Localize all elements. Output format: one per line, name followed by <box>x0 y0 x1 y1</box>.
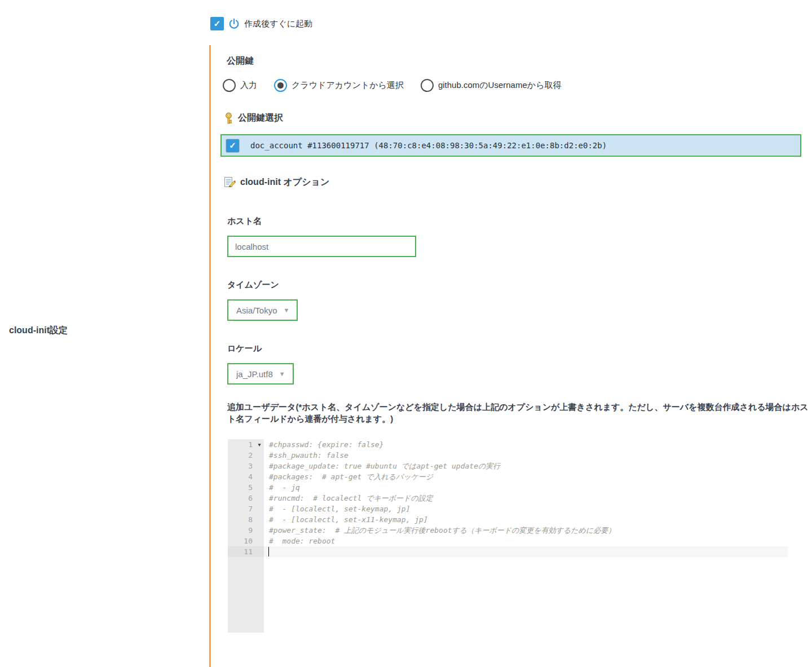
code-text: #packages: # apt-get で入れるパッケージ <box>264 471 788 482</box>
code-line[interactable]: 10# mode: reboot <box>228 536 788 546</box>
code-line[interactable]: 1▾#chpasswd: {expire: false} <box>228 439 788 450</box>
text-cursor <box>268 547 269 556</box>
timezone-value: Asia/Tokyo <box>236 306 277 315</box>
selected-public-key-row[interactable]: ✓ doc_account #113600119717 (48:70:c8:e4… <box>220 134 801 157</box>
fold-spacer <box>255 450 264 461</box>
code-line[interactable]: 5# - jq <box>228 482 788 493</box>
launch-after-create-label: 作成後すぐに起動 <box>244 19 312 29</box>
code-line[interactable]: 6#runcmd: # localectl でキーボードの設定 <box>228 493 788 503</box>
fold-arrow-icon[interactable]: ▾ <box>255 439 264 450</box>
hostname-input[interactable] <box>227 236 416 257</box>
radio-option-input[interactable]: 入力 <box>223 79 257 92</box>
timezone-select[interactable]: Asia/Tokyo ▼ <box>227 299 298 321</box>
code-line[interactable]: 7# - [localectl, set-keymap, jp] <box>228 503 788 514</box>
radio-selected-icon <box>274 79 287 92</box>
locale-label: ロケール <box>227 343 812 354</box>
line-number-gutter: 10 <box>228 536 264 546</box>
code-text: #power_state: # 上記のモジュール実行後rebootする（キーボー… <box>264 525 788 536</box>
power-icon <box>228 17 240 30</box>
code-text <box>264 546 788 557</box>
radio-option-cloud-account[interactable]: クラウドアカウントから選択 <box>274 79 404 92</box>
code-text: #package_update: true #ubuntu ではapt-get … <box>264 461 788 471</box>
fold-spacer <box>255 482 264 493</box>
public-key-fingerprint: doc_account #113600119717 (48:70:c8:e4:0… <box>250 141 607 150</box>
chevron-down-icon: ▼ <box>284 307 290 313</box>
launch-after-create-checkbox[interactable]: ✓ <box>210 17 224 30</box>
code-text: #ssh_pwauth: false <box>264 450 788 461</box>
public-key-checkbox[interactable]: ✓ <box>226 139 239 152</box>
launch-after-create-row: ✓ 作成後すぐに起動 <box>210 17 812 30</box>
line-number-gutter: 3 <box>228 461 264 471</box>
code-line[interactable]: 9#power_state: # 上記のモジュール実行後rebootする（キーボ… <box>228 525 788 536</box>
section-label-cloud-init: cloud-init設定 <box>9 325 68 337</box>
radio-label: 入力 <box>240 80 257 91</box>
line-number-gutter: 4 <box>228 471 264 482</box>
cloud-init-options-label: cloud-init オプション <box>240 176 329 188</box>
code-line[interactable]: 8# - [localectl, set-x11-keymap, jp] <box>228 514 788 525</box>
code-lines: 1▾#chpasswd: {expire: false}2#ssh_pwauth… <box>228 439 788 557</box>
code-text: #runcmd: # localectl でキーボードの設定 <box>264 493 788 503</box>
line-number-gutter: 11 <box>228 546 264 557</box>
user-data-code-editor[interactable]: 1▾#chpasswd: {expire: false}2#ssh_pwauth… <box>228 439 788 634</box>
public-key-select-label: 公開鍵選択 <box>238 112 283 124</box>
fold-spacer <box>255 471 264 482</box>
fold-spacer <box>255 525 264 536</box>
fold-spacer <box>255 503 264 514</box>
code-line[interactable]: 11 <box>228 546 788 557</box>
cloud-init-form: ✓ 作成後すぐに起動 公開鍵 入力 クラウドアカウントから選択 github.c… <box>210 17 812 634</box>
line-number-gutter: 2 <box>228 450 264 461</box>
check-icon: ✓ <box>229 140 236 151</box>
locale-value: ja_JP.utf8 <box>236 369 273 379</box>
server-create-cloud-init-panel: cloud-init設定 ✓ 作成後すぐに起動 公開鍵 入力 クラウドアカウント… <box>0 0 812 667</box>
code-line[interactable]: 3#package_update: true #ubuntu ではapt-get… <box>228 461 788 471</box>
radio-icon <box>421 79 434 92</box>
key-icon <box>224 112 233 124</box>
code-text: #chpasswd: {expire: false} <box>264 439 788 450</box>
document-pencil-icon <box>224 176 236 188</box>
user-data-label: 追加ユーザデータ(*ホスト名、タイムゾーンなどを指定した場合は上記のオプションが… <box>227 401 812 425</box>
code-text: # - jq <box>264 482 788 493</box>
code-text: # - [localectl, set-x11-keymap, jp] <box>264 514 788 525</box>
fold-spacer <box>255 536 264 546</box>
code-line[interactable]: 4#packages: # apt-get で入れるパッケージ <box>228 471 788 482</box>
fold-spacer <box>255 514 264 525</box>
public-key-select-heading: 公開鍵選択 <box>224 112 812 124</box>
code-line[interactable]: 2#ssh_pwauth: false <box>228 450 788 461</box>
radio-icon <box>223 79 236 92</box>
fold-spacer <box>255 493 264 503</box>
check-icon: ✓ <box>214 19 221 29</box>
fold-spacer <box>255 461 264 471</box>
hostname-label: ホスト名 <box>227 216 812 227</box>
line-number-gutter: 7 <box>228 503 264 514</box>
fold-spacer <box>255 546 264 557</box>
timezone-label: タイムゾーン <box>227 280 812 290</box>
public-key-heading: 公開鍵 <box>227 55 812 67</box>
chevron-down-icon: ▼ <box>279 370 285 377</box>
public-key-method-radios: 入力 クラウドアカウントから選択 github.comのUsernameから取得 <box>223 78 812 92</box>
line-number-gutter: 1▾ <box>228 439 264 450</box>
line-number-gutter: 9 <box>228 525 264 536</box>
locale-select[interactable]: ja_JP.utf8 ▼ <box>227 363 294 385</box>
radio-option-github-username[interactable]: github.comのUsernameから取得 <box>421 79 562 92</box>
code-text: # - [localectl, set-keymap, jp] <box>264 503 788 514</box>
radio-label: クラウドアカウントから選択 <box>292 80 404 91</box>
cloud-init-options-heading: cloud-init オプション <box>224 176 812 188</box>
radio-label: github.comのUsernameから取得 <box>438 80 562 91</box>
line-number-gutter: 8 <box>228 514 264 525</box>
code-text: # mode: reboot <box>264 536 788 546</box>
line-number-gutter: 5 <box>228 482 264 493</box>
line-number-gutter: 6 <box>228 493 264 503</box>
